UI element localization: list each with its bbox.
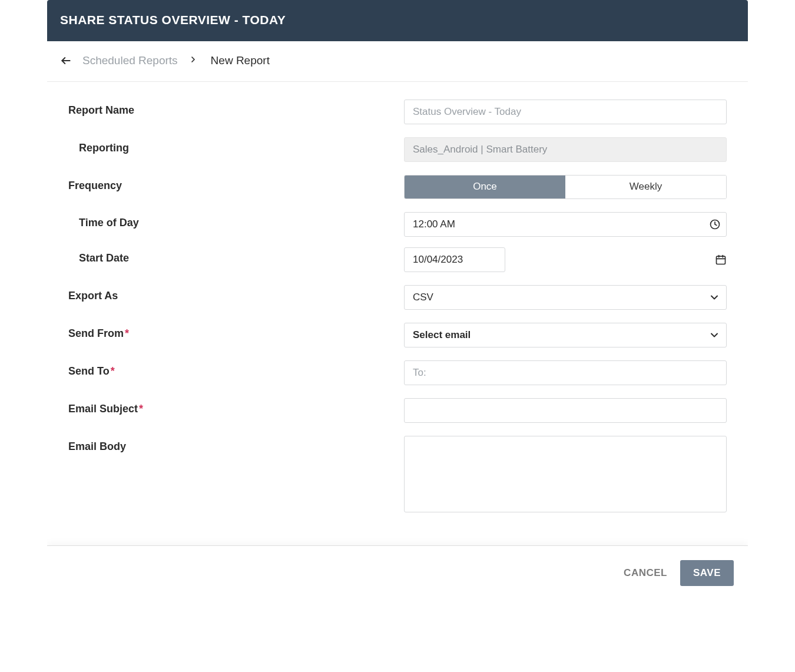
required-asterisk: * (111, 365, 115, 377)
frequency-weekly-button[interactable]: Weekly (565, 176, 726, 198)
label-send-from: Send From* (68, 323, 404, 340)
required-asterisk: * (139, 403, 143, 415)
breadcrumb: Scheduled Reports New Report (47, 41, 748, 82)
report-name-input[interactable] (404, 100, 727, 124)
label-time-of-day: Time of Day (68, 212, 404, 229)
calendar-icon[interactable] (715, 254, 727, 266)
breadcrumb-current: New Report (211, 54, 270, 67)
time-of-day-input[interactable] (404, 212, 727, 237)
send-from-value: Select email (413, 329, 471, 340)
label-reporting: Reporting (68, 137, 404, 154)
frequency-once-button[interactable]: Once (405, 176, 565, 198)
frequency-toggle: Once Weekly (404, 175, 727, 199)
label-start-date: Start Date (68, 247, 404, 264)
chevron-down-icon (708, 329, 720, 341)
email-subject-input[interactable] (404, 398, 727, 423)
modal-footer: CANCEL SAVE (47, 545, 748, 601)
start-date-input[interactable] (404, 247, 505, 272)
label-frequency: Frequency (68, 175, 404, 192)
report-form: Report Name Reporting Sales_Android | Sm… (47, 82, 748, 545)
svg-rect-2 (717, 256, 726, 264)
email-body-textarea[interactable] (404, 436, 727, 512)
clock-icon[interactable] (709, 219, 721, 230)
save-button[interactable]: SAVE (680, 560, 734, 586)
required-asterisk: * (125, 327, 129, 339)
label-send-to: Send To* (68, 360, 404, 378)
chevron-right-icon (188, 55, 200, 67)
reporting-value: Sales_Android | Smart Battery (404, 137, 727, 162)
label-email-subject: Email Subject* (68, 398, 404, 415)
modal-title: SHARE STATUS OVERVIEW - TODAY (47, 0, 748, 41)
label-report-name: Report Name (68, 100, 404, 117)
label-export-as: Export As (68, 285, 404, 302)
send-from-select[interactable]: Select email (404, 323, 727, 347)
back-arrow-icon[interactable] (60, 55, 72, 67)
label-email-body: Email Body (68, 436, 404, 453)
chevron-down-icon (708, 292, 720, 303)
send-to-input[interactable]: To: (404, 360, 727, 385)
share-report-modal: SHARE STATUS OVERVIEW - TODAY Scheduled … (47, 0, 748, 601)
send-to-prefix: To: (413, 367, 426, 378)
export-as-select[interactable]: CSV (404, 285, 727, 310)
export-as-value: CSV (413, 292, 433, 303)
breadcrumb-parent[interactable]: Scheduled Reports (82, 54, 178, 67)
cancel-button[interactable]: CANCEL (624, 567, 667, 579)
